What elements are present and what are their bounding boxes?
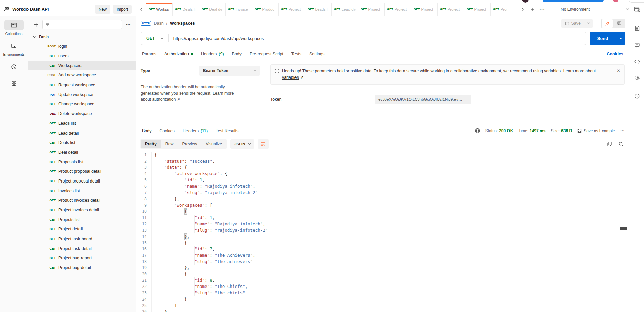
add-collection-button[interactable]	[32, 21, 40, 28]
request-list-item[interactable]: GETProposals list	[28, 157, 136, 167]
size-value[interactable]: 638 B	[561, 128, 572, 133]
request-list-item[interactable]: GETInvoices list	[28, 186, 136, 196]
environment-selector[interactable]: No Environment	[555, 3, 644, 16]
new-button[interactable]: New	[95, 5, 110, 14]
time-value[interactable]: 1497 ms	[530, 128, 545, 133]
save-options-button[interactable]	[584, 20, 593, 27]
request-tab-pre-request-script[interactable]: Pre-request Script	[246, 48, 287, 60]
banner-close-icon[interactable]: ✕	[616, 68, 620, 74]
open-tab[interactable]: GETLead de	[332, 3, 358, 16]
comment-mode-button[interactable]	[613, 19, 625, 28]
request-tab-tests[interactable]: Tests	[287, 48, 305, 60]
request-list-item[interactable]: GETRequest workspace	[28, 80, 136, 90]
open-tab[interactable]: GETProj	[491, 3, 517, 16]
open-tab[interactable]: GETProject	[411, 3, 438, 16]
request-list-item[interactable]: GETProjects list	[28, 215, 136, 224]
request-tab-settings[interactable]: Settings	[305, 48, 328, 60]
search-collections-input[interactable]	[42, 20, 122, 29]
request-list-item[interactable]: GETProject bug detail	[28, 263, 136, 273]
documentation-icon[interactable]	[635, 25, 640, 31]
request-list-item[interactable]: GETDeal detail	[28, 148, 136, 157]
collection-dash[interactable]: Dash	[28, 32, 136, 42]
response-tab-body[interactable]: Body	[138, 124, 156, 137]
request-list-item[interactable]: GETProduct invoices detail	[28, 196, 136, 205]
request-tab-params[interactable]: Params	[138, 48, 160, 60]
open-tab[interactable]: GETProject	[358, 3, 385, 16]
send-button[interactable]: Send	[590, 32, 616, 45]
view-visualize[interactable]: Visualize	[201, 140, 226, 148]
response-body-json[interactable]: 1{2"status": "success",3"data": {4"activ…	[136, 151, 630, 312]
request-list-item[interactable]: GETProject task board	[28, 234, 136, 244]
auth-type-select[interactable]: Bearer Token	[199, 66, 260, 76]
token-value-input[interactable]: eyJ0eXAiOiJKV1QiLCJhbGciOiJIUzI1NiJ9.ey…	[375, 95, 471, 104]
format-select[interactable]: JSON	[230, 139, 254, 149]
open-tab[interactable]: GETWorksp	[146, 3, 173, 16]
open-tab[interactable]: GETProject	[279, 3, 305, 16]
request-list-item[interactable]: POSTlogin	[28, 42, 136, 51]
request-list-item[interactable]: GETProject task detail	[28, 244, 136, 253]
copy-icon[interactable]	[607, 142, 612, 146]
request-list-item[interactable]: GETChange workspace	[28, 99, 136, 109]
url-input[interactable]: https://apps.rajodiya.com/dash/api/works…	[169, 36, 586, 41]
request-list-item[interactable]: GETLead detail	[28, 128, 136, 138]
breadcrumb-request-name[interactable]: Workspaces	[170, 21, 195, 26]
request-list-item[interactable]: PUTUpdate workspace	[28, 90, 136, 99]
save-as-example-button[interactable]: Save as Example	[577, 128, 615, 133]
edit-mode-button[interactable]	[602, 19, 613, 28]
open-tab[interactable]: GETProject	[464, 3, 491, 16]
sidebar-item-more-tools[interactable]	[4, 79, 24, 89]
view-raw[interactable]: Raw	[161, 140, 178, 148]
open-tab[interactable]: GETProject	[438, 3, 464, 16]
open-tab[interactable]: GETProduc	[252, 3, 279, 16]
variables-docs-link[interactable]: variables	[282, 75, 299, 80]
request-list-item[interactable]: GETWorkspaces	[28, 61, 136, 70]
status-value[interactable]: 200 OK	[499, 128, 513, 133]
search-icon[interactable]	[619, 142, 623, 146]
request-list-item[interactable]: GETProject invoices detail	[28, 205, 136, 215]
environment-quick-look-icon[interactable]	[634, 6, 641, 12]
response-more-button[interactable]: •••	[621, 129, 625, 133]
request-tab-body[interactable]: Body	[228, 48, 246, 60]
request-list-item[interactable]: GETProject bug report	[28, 253, 136, 263]
sidebar-item-history[interactable]	[4, 62, 24, 73]
tabs-scroll-right-button[interactable]	[517, 3, 527, 16]
new-tab-button[interactable]	[527, 3, 537, 16]
response-tab-test-results[interactable]: Test Results	[212, 124, 243, 137]
open-tab[interactable]: GETDeals li	[173, 3, 199, 16]
sidebar-item-environments[interactable]: Environments	[3, 41, 24, 56]
code-snippet-icon[interactable]	[634, 60, 640, 64]
request-list-item[interactable]: GETProject proposal detail	[28, 176, 136, 186]
request-list-item[interactable]: GETusers	[28, 51, 136, 61]
response-tab-headers[interactable]: Headers(11)	[179, 124, 212, 137]
request-list-item[interactable]: DELDelete workspace	[28, 109, 136, 119]
view-pretty[interactable]: Pretty	[141, 140, 161, 148]
import-button[interactable]: Import	[113, 5, 132, 14]
open-tab[interactable]: GETProject	[385, 3, 411, 16]
sidebar-item-collections[interactable]: Collections	[4, 20, 24, 36]
request-tab-authorization[interactable]: Authorization	[160, 48, 197, 60]
save-button[interactable]: Save	[561, 19, 584, 28]
request-list-item[interactable]: GETDeals list	[28, 138, 136, 148]
request-list-item[interactable]: GETProduct proposal detail	[28, 167, 136, 176]
cookies-link[interactable]: Cookies	[607, 52, 628, 56]
workspace-switcher[interactable]: Workdo Dash API New Import	[0, 3, 136, 16]
sidebar-more-button[interactable]: •••	[125, 21, 132, 28]
open-tab[interactable]: GETDeal de	[199, 3, 226, 16]
comments-icon[interactable]	[635, 43, 640, 48]
authorization-docs-link[interactable]: authorization	[152, 97, 176, 102]
tab-options-button[interactable]: •••	[537, 3, 547, 16]
breadcrumb-collection[interactable]: Dash	[154, 21, 163, 26]
request-tab-headers[interactable]: Headers(9)	[197, 48, 228, 60]
response-tab-cookies[interactable]: Cookies	[156, 124, 179, 137]
request-list-item[interactable]: GETLeads list	[28, 119, 136, 128]
method-select[interactable]: GET	[141, 36, 168, 41]
open-tab[interactable]: GETLeads l	[305, 3, 332, 16]
related-requests-icon[interactable]	[635, 76, 640, 82]
info-icon[interactable]	[635, 94, 640, 99]
send-options-button[interactable]	[616, 32, 625, 45]
wrap-lines-button[interactable]	[258, 139, 269, 149]
tabs-scroll-left-button[interactable]	[136, 3, 146, 16]
view-preview[interactable]: Preview	[178, 140, 201, 148]
request-list-item[interactable]: POSTAdd new workspace	[28, 70, 136, 80]
request-list-item[interactable]: GETProject detail	[28, 224, 136, 234]
